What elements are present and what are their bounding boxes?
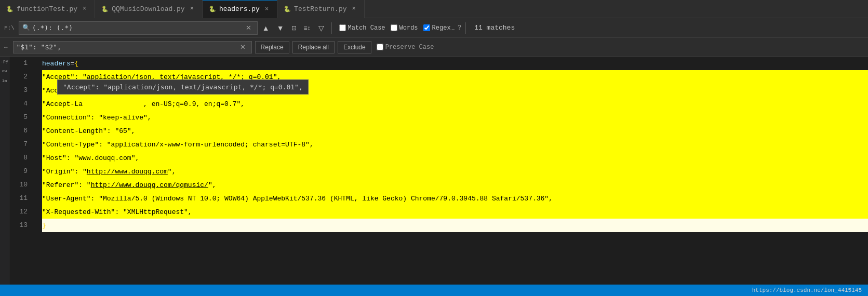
clear-find-icon[interactable]: ✕ — [243, 23, 254, 33]
code-token-2-1: "Accept": "application/json, text/javasc… — [42, 73, 281, 81]
left-sidebar-item-2: ow — [2, 69, 7, 73]
code-area: headers = { "Accept": "application/json,… — [38, 57, 868, 296]
tab-icon-TestReturn: 🐍 — [284, 6, 291, 12]
find-input[interactable] — [32, 24, 241, 32]
line-num-8: 8 — [9, 151, 33, 165]
tab-label-TestReturn: TestReturn.py — [294, 5, 346, 13]
code-token-10-1: "Referer": " — [42, 181, 91, 189]
code-token-10-2: ", — [208, 181, 217, 189]
left-sidebar: .py ow lm — [0, 57, 9, 296]
line-num-11: 11 — [9, 192, 33, 205]
code-line-6: "Content-Length": "65", — [42, 124, 868, 138]
code-token-4-1: "Accept-La — [42, 100, 83, 108]
code-line-1: headers = { — [42, 57, 868, 70]
line-num-10: 10 — [9, 178, 33, 192]
words-label[interactable]: Words — [399, 24, 418, 32]
replace-bar: ↔ ✕ Replace Replace all Exclude Preserve… — [0, 38, 868, 57]
replace-button[interactable]: Replace — [255, 41, 289, 53]
words-group: Words — [391, 24, 418, 32]
tab-close-TestReturn[interactable]: × — [350, 4, 358, 14]
nav-down-button[interactable]: ▼ — [274, 23, 287, 33]
find-input-wrapper: 🔍 ✕ — [19, 21, 258, 35]
regex-checkbox[interactable] — [423, 24, 430, 31]
find-icon: 🔍 — [22, 24, 30, 32]
help-icon[interactable]: ? — [458, 24, 461, 32]
tab-icon-headers: 🐍 — [209, 6, 216, 12]
line-num-5: 5 — [9, 111, 33, 124]
code-line-11: "User-Agent": "Mozilla/5.0 (Windows NT 1… — [42, 192, 868, 205]
tab-TestReturn[interactable]: 🐍 TestReturn.py × — [277, 0, 365, 18]
status-url: https://blog.csdn.ne/lon_4415145 — [752, 287, 862, 293]
left-sidebar-item-1: .py — [1, 59, 8, 63]
line-num-9: 9 — [9, 165, 33, 178]
regex-subscript: _ — [452, 25, 455, 31]
clear-replace-icon[interactable]: ✕ — [237, 42, 248, 52]
replace-input[interactable] — [17, 43, 237, 51]
tab-close-headers[interactable]: × — [263, 5, 271, 14]
match-case-label[interactable]: Match Case — [348, 24, 385, 32]
line-num-3: 3 — [9, 84, 33, 97]
code-token-9-1: "Origin": " — [42, 168, 87, 176]
matches-count: 11 matches — [474, 24, 515, 32]
tab-icon-QQMusicDownload: 🐍 — [101, 6, 109, 12]
code-token-5: "Connection": "keep-alive", — [42, 114, 152, 122]
line-num-12: 12 — [9, 205, 33, 219]
replace-all-button[interactable]: Replace all — [292, 41, 335, 53]
tab-close-functionTest[interactable]: × — [81, 4, 88, 14]
preserve-case-group: Preserve Case — [377, 44, 434, 51]
match-case-group: Match Case — [339, 24, 385, 32]
code-line-10: "Referer": "http://www.douqq.com/qqmusic… — [42, 178, 868, 192]
editor-container: .py ow lm 1 2 3 4 5 6 7 8 9 10 11 12 13 … — [0, 57, 868, 296]
status-bar: https://blog.csdn.ne/lon_4415145 — [0, 285, 868, 296]
code-token-12: "X-Requested-With": "XMLHttpRequest", — [42, 208, 192, 216]
code-token-1-2: = — [71, 60, 75, 68]
line-number-gutter: 1 2 3 4 5 6 7 8 9 10 11 12 13 — [9, 57, 38, 296]
separator-1 — [331, 22, 332, 34]
code-token-1-3: { — [74, 60, 78, 68]
code-line-12: "X-Requested-With": "XMLHttpRequest", — [42, 205, 868, 219]
exclude-button[interactable]: Exclude — [338, 41, 371, 53]
code-token-3-1: "Accept-En — [42, 87, 83, 95]
line-num-1: 1 — [9, 57, 33, 70]
tab-QQMusicDownload[interactable]: 🐍 QQMusicDownload.py × — [95, 0, 203, 18]
separator-2 — [465, 22, 466, 34]
tab-label-headers: headers.py — [219, 5, 260, 13]
replace-input-wrapper: ✕ — [13, 41, 252, 53]
preserve-case-label[interactable]: Preserve Case — [385, 44, 434, 51]
code-token-7: "Content-Type": "application/x-www-form-… — [42, 141, 314, 149]
filter-button[interactable]: ▽ — [315, 23, 327, 33]
nav-wrap-button[interactable]: ⊡ — [289, 23, 299, 33]
tab-close-QQMusicDownload[interactable]: × — [188, 4, 196, 14]
tab-functionTest[interactable]: 🐍 functionTest.py × — [0, 0, 95, 18]
file-prefix-indicator: F:\ — [4, 25, 15, 31]
code-token-6: "Content-Length": "65", — [42, 127, 135, 135]
words-checkbox[interactable] — [391, 24, 397, 31]
code-line-2: "Accept": "application/json, text/javasc… — [42, 70, 868, 84]
code-line-13: } — [42, 219, 868, 232]
line-num-13: 13 — [9, 219, 33, 232]
preserve-case-checkbox[interactable] — [377, 44, 383, 50]
code-token-9-2: ", — [168, 168, 176, 176]
code-token-13: } — [42, 222, 46, 230]
code-line-9: "Origin": "http://www.douqq.com", — [42, 165, 868, 178]
tab-label-QQMusicDownload: QQMusicDownload.py — [112, 5, 184, 13]
regex-label[interactable]: Regex_ — [432, 24, 455, 32]
tab-label-functionTest: functionTest.py — [17, 5, 77, 13]
tab-bar: 🐍 functionTest.py × 🐍 QQMusicDownload.py… — [0, 0, 868, 18]
find-bar: F:\ 🔍 ✕ ▲ ▼ ⊡ ≡↕ ▽ Match Case Words Rege… — [0, 18, 868, 38]
line-num-7: 7 — [9, 138, 33, 151]
line-num-2: 2 — [9, 70, 33, 84]
line-num-6: 6 — [9, 124, 33, 138]
code-token-3-2: , — [180, 87, 184, 95]
tab-headers[interactable]: 🐍 headers.py × — [203, 0, 277, 18]
code-token-9-url: http://www.douqq.com — [87, 168, 168, 176]
code-token-1-1: headers — [42, 60, 71, 68]
left-sidebar-item-3: lm — [2, 78, 7, 83]
toggle-replace-button[interactable]: ≡↕ — [301, 23, 313, 33]
code-token-10-url: http://www.douqq.com/qqmusic/ — [91, 181, 208, 189]
code-line-7: "Content-Type": "application/x-www-form-… — [42, 138, 868, 151]
match-case-checkbox[interactable] — [339, 24, 346, 31]
code-line-5: "Connection": "keep-alive", — [42, 111, 868, 124]
nav-up-button[interactable]: ▲ — [260, 23, 272, 33]
regex-group: Regex_ ? — [423, 24, 462, 32]
